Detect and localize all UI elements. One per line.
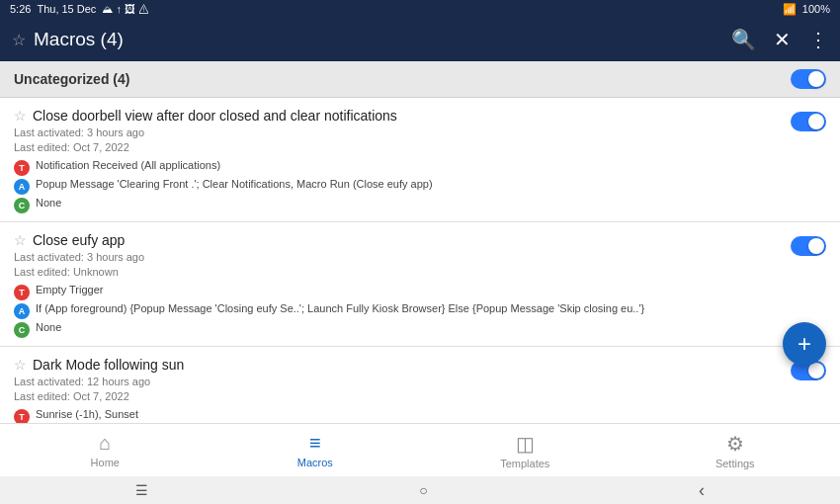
macro-last-activated-2: Last activated: 3 hours ago bbox=[14, 251, 781, 263]
section-title: Uncategorized (4) bbox=[14, 71, 129, 87]
constraint-text-2: None bbox=[36, 321, 826, 333]
macro-title-3: Dark Mode following sun bbox=[33, 357, 184, 373]
macros-label: Macros bbox=[297, 457, 333, 468]
status-icons: ⛰ ↑ 🖼 ⚠ bbox=[102, 3, 149, 15]
trigger-icon-2: T bbox=[14, 285, 30, 300]
status-date: Thu, 15 Dec bbox=[37, 3, 96, 15]
status-bar-left: 5:26 Thu, 15 Dec ⛰ ↑ 🖼 ⚠ bbox=[10, 3, 149, 15]
macro-title-1: Close doorbell view after door closed an… bbox=[33, 108, 397, 124]
macro-trigger-row-3: T Sunrise (-1h), Sunset bbox=[14, 408, 826, 423]
status-bar-right: 📶 100% bbox=[783, 3, 830, 16]
status-bar: 5:26 Thu, 15 Dec ⛰ ↑ 🖼 ⚠ 📶 100% bbox=[0, 0, 840, 18]
macro-last-edited-3: Last edited: Oct 7, 2022 bbox=[14, 390, 781, 402]
constraint-icon-2: C bbox=[14, 322, 30, 338]
macro-header-2: ☆ Close eufy app Last activated: 3 hours… bbox=[14, 232, 826, 280]
battery-level: 100% bbox=[802, 3, 830, 15]
templates-label: Templates bbox=[500, 458, 549, 469]
macro-action-row-1: A Popup Message 'Clearing Front .'; Clea… bbox=[14, 178, 826, 195]
macro-constraint-row-1: C None bbox=[14, 197, 826, 213]
macro-toggle-2[interactable] bbox=[791, 236, 826, 256]
macro-last-edited-2: Last edited: Unknown bbox=[14, 266, 781, 278]
action-text-2: If (App foreground) {Popup Message 'Clos… bbox=[36, 302, 826, 314]
macro-title-row-1: ☆ Close doorbell view after door closed … bbox=[14, 108, 781, 124]
macro-header-3: ☆ Dark Mode following sun Last activated… bbox=[14, 357, 826, 404]
menu-nav-button[interactable]: ☰ bbox=[135, 482, 148, 498]
macro-constraint-row-2: C None bbox=[14, 321, 826, 338]
close-icon[interactable]: ✕ bbox=[774, 28, 791, 51]
nav-item-settings[interactable]: ⚙ Settings bbox=[630, 428, 841, 473]
action-icon-2: A bbox=[14, 303, 30, 319]
star-icon: ☆ bbox=[12, 31, 26, 49]
wifi-icon: 📶 bbox=[783, 3, 797, 16]
macro-last-activated-3: Last activated: 12 hours ago bbox=[14, 376, 781, 387]
macro-title-area-3: ☆ Dark Mode following sun Last activated… bbox=[14, 357, 781, 404]
trigger-icon-3: T bbox=[14, 409, 30, 423]
macro-title-area-1: ☆ Close doorbell view after door closed … bbox=[14, 108, 781, 155]
macro-trigger-row-2: T Empty Trigger bbox=[14, 284, 826, 300]
main-content: Uncategorized (4) ☆ Close doorbell view … bbox=[0, 61, 840, 423]
home-icon: ⌂ bbox=[99, 432, 111, 455]
macro-action-row-2: A If (App foreground) {Popup Message 'Cl… bbox=[14, 302, 826, 319]
settings-icon: ⚙ bbox=[726, 432, 744, 456]
page-title: Macros (4) bbox=[34, 29, 124, 50]
action-text-1: Popup Message 'Clearing Front .'; Clear … bbox=[36, 178, 826, 190]
macro-last-edited-1: Last edited: Oct 7, 2022 bbox=[14, 141, 781, 153]
action-icon-1: A bbox=[14, 179, 30, 195]
section-toggle[interactable] bbox=[791, 69, 826, 89]
macro-star-1[interactable]: ☆ bbox=[14, 108, 27, 124]
macro-star-2[interactable]: ☆ bbox=[14, 232, 27, 248]
trigger-text-3: Sunrise (-1h), Sunset bbox=[36, 408, 826, 420]
home-nav-button[interactable]: ○ bbox=[419, 482, 427, 498]
settings-label: Settings bbox=[715, 458, 755, 469]
nav-item-home[interactable]: ⌂ Home bbox=[0, 428, 210, 472]
header-actions: 🔍 ✕ ⋮ bbox=[731, 28, 828, 51]
more-icon[interactable]: ⋮ bbox=[808, 28, 828, 51]
macro-star-3[interactable]: ☆ bbox=[14, 357, 27, 373]
nav-item-macros[interactable]: ≡ Macros bbox=[210, 428, 421, 472]
macro-last-activated-1: Last activated: 3 hours ago bbox=[14, 126, 781, 138]
trigger-text-1: Notification Received (All applications) bbox=[36, 159, 826, 171]
macro-toggle-1[interactable] bbox=[791, 112, 826, 131]
status-time: 5:26 bbox=[10, 3, 31, 15]
macro-card-2: ☆ Close eufy app Last activated: 3 hours… bbox=[0, 222, 840, 347]
search-icon[interactable]: 🔍 bbox=[731, 28, 756, 51]
macro-trigger-row-1: T Notification Received (All application… bbox=[14, 159, 826, 176]
header-left: ☆ Macros (4) bbox=[12, 29, 124, 50]
trigger-text-2: Empty Trigger bbox=[36, 284, 826, 295]
constraint-icon-1: C bbox=[14, 198, 30, 213]
fab-add-button[interactable]: + bbox=[783, 322, 826, 366]
system-nav: ☰ ○ ‹ bbox=[0, 476, 840, 504]
nav-item-templates[interactable]: ◫ Templates bbox=[420, 428, 630, 473]
constraint-text-1: None bbox=[36, 197, 826, 209]
bottom-nav: ⌂ Home ≡ Macros ◫ Templates ⚙ Settings bbox=[0, 423, 840, 476]
macro-title-row-3: ☆ Dark Mode following sun bbox=[14, 357, 781, 373]
trigger-icon-1: T bbox=[14, 160, 30, 176]
macro-header-1: ☆ Close doorbell view after door closed … bbox=[14, 108, 826, 155]
macro-title-area-2: ☆ Close eufy app Last activated: 3 hours… bbox=[14, 232, 781, 280]
templates-icon: ◫ bbox=[516, 432, 535, 456]
macros-icon: ≡ bbox=[309, 432, 321, 455]
section-header-uncategorized: Uncategorized (4) bbox=[0, 61, 840, 98]
macro-title-2: Close eufy app bbox=[33, 232, 125, 248]
macro-title-row-2: ☆ Close eufy app bbox=[14, 232, 781, 248]
macro-card-1: ☆ Close doorbell view after door closed … bbox=[0, 98, 840, 222]
header: ☆ Macros (4) 🔍 ✕ ⋮ bbox=[0, 18, 840, 61]
back-nav-button[interactable]: ‹ bbox=[699, 480, 705, 501]
home-label: Home bbox=[91, 457, 120, 468]
macro-card-3: ☆ Dark Mode following sun Last activated… bbox=[0, 347, 840, 423]
